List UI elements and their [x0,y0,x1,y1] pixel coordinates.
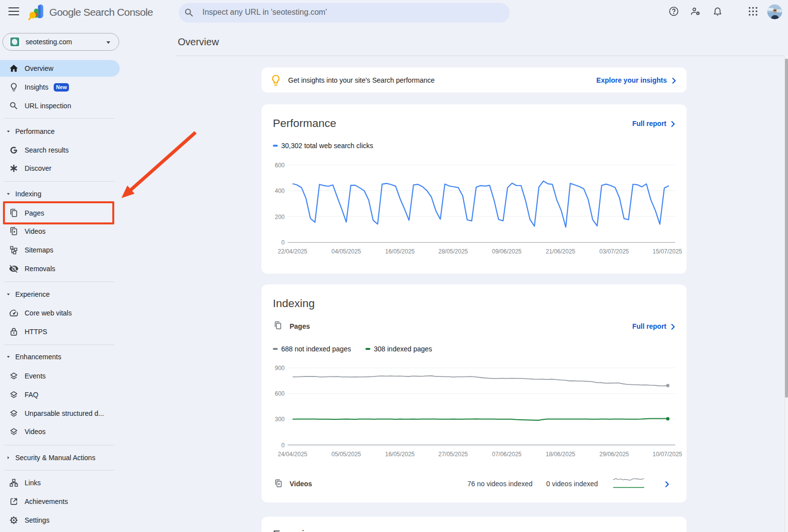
svg-text:29/06/2025: 29/06/2025 [599,451,629,458]
svg-text:22/04/2025: 22/04/2025 [278,248,307,255]
svg-text:05/05/2025: 05/05/2025 [331,451,361,458]
svg-text:10/07/2025: 10/07/2025 [653,451,682,458]
svg-text:300: 300 [275,416,285,423]
svg-text:600: 600 [275,162,285,169]
svg-text:400: 400 [275,188,285,194]
svg-text:0: 0 [281,442,285,449]
svg-text:600: 600 [275,390,285,397]
svg-text:24/04/2025: 24/04/2025 [278,451,307,458]
svg-text:900: 900 [275,365,285,372]
svg-text:03/07/2025: 03/07/2025 [599,248,629,255]
svg-text:09/06/2025: 09/06/2025 [492,248,522,255]
svg-text:21/06/2025: 21/06/2025 [546,248,575,255]
svg-text:16/05/2025: 16/05/2025 [385,248,415,255]
svg-text:07/06/2025: 07/06/2025 [492,451,522,458]
svg-text:27/05/2025: 27/05/2025 [438,451,468,458]
svg-text:16/05/2025: 16/05/2025 [385,451,415,458]
svg-text:0: 0 [281,239,285,246]
svg-text:200: 200 [275,214,285,220]
svg-text:04/05/2025: 04/05/2025 [331,248,361,255]
svg-text:18/06/2025: 18/06/2025 [546,451,575,458]
svg-text:15/07/2025: 15/07/2025 [653,248,682,255]
svg-text:28/05/2025: 28/05/2025 [438,248,468,255]
